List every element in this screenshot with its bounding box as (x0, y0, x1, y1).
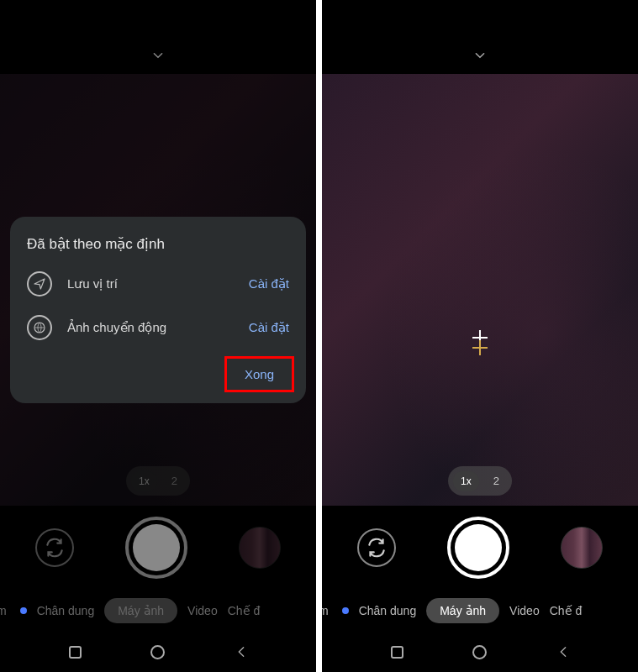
done-label: Xong (245, 367, 274, 381)
system-nav-bar (0, 632, 316, 672)
phone-screenshot-left: 1x 2 Đã bật theo mặc định Lưu vị trí Cài… (0, 0, 316, 672)
zoom-selector[interactable]: 1x 2 (126, 466, 190, 496)
mode-indicator-dot (20, 607, 27, 614)
shutter-button[interactable] (125, 517, 187, 579)
camera-controls (0, 506, 316, 590)
chevron-down-icon[interactable] (471, 48, 489, 66)
dialog-title: Đã bật theo mặc định (27, 235, 289, 253)
dialog-row-motion: Ảnh chuyển động Cài đặt (27, 315, 289, 340)
shutter-inner (133, 524, 180, 571)
mode-indicator-dot (342, 607, 349, 614)
dialog-label: Ảnh chuyển động (67, 320, 249, 335)
settings-link[interactable]: Cài đặt (249, 320, 289, 335)
mode-video[interactable]: Video (187, 604, 218, 617)
motion-photo-icon (27, 315, 52, 340)
phone-screenshot-right: 1x 2 m Chân dung Máy ảnh Video Chế đ (322, 0, 638, 672)
dialog-footer: Xong (27, 359, 289, 390)
mode-camera[interactable]: Máy ảnh (104, 598, 177, 623)
nav-recents[interactable] (388, 643, 405, 660)
nav-home[interactable] (150, 643, 166, 660)
focus-reticle-icon (467, 330, 493, 355)
gallery-thumbnail[interactable] (239, 527, 281, 569)
chevron-down-icon[interactable] (149, 48, 167, 66)
camera-controls (322, 506, 638, 590)
mode-partial[interactable]: Chế đ (228, 604, 261, 617)
location-icon (27, 271, 52, 297)
camera-viewfinder[interactable]: 1x 2 (322, 74, 638, 506)
mode-partial[interactable]: Chế đ (550, 604, 583, 617)
shutter-button[interactable] (447, 517, 509, 579)
system-nav-bar (322, 632, 638, 672)
mode-portrait[interactable]: Chân dung (37, 604, 95, 617)
gallery-thumbnail[interactable] (561, 527, 603, 569)
nav-back[interactable] (233, 643, 250, 660)
nav-home[interactable] (472, 643, 488, 660)
mode-portrait[interactable]: Chân dung (359, 604, 417, 617)
mode-partial[interactable]: m (322, 604, 329, 617)
zoom-2x[interactable]: 2 (164, 470, 185, 491)
zoom-selector[interactable]: 1x 2 (448, 466, 512, 496)
settings-link[interactable]: Cài đặt (249, 276, 289, 291)
camera-modes[interactable]: m Chân dung Máy ảnh Video Chế đ (0, 590, 316, 632)
done-button[interactable]: Xong (229, 359, 289, 390)
default-settings-dialog: Đã bật theo mặc định Lưu vị trí Cài đặt … (10, 217, 306, 403)
mode-camera[interactable]: Máy ảnh (426, 598, 499, 623)
mode-partial[interactable]: m (0, 604, 7, 617)
camera-modes[interactable]: m Chân dung Máy ảnh Video Chế đ (322, 590, 638, 632)
mode-video[interactable]: Video (509, 604, 540, 617)
top-bar (322, 0, 638, 74)
top-bar (0, 0, 316, 74)
zoom-2x[interactable]: 2 (486, 470, 507, 491)
switch-camera-button[interactable] (35, 528, 74, 567)
zoom-1x[interactable]: 1x (453, 471, 479, 491)
shutter-inner (455, 524, 502, 571)
zoom-1x[interactable]: 1x (131, 471, 157, 491)
dialog-label: Lưu vị trí (67, 276, 249, 291)
nav-back[interactable] (555, 643, 572, 660)
nav-recents[interactable] (66, 643, 83, 660)
dialog-row-location: Lưu vị trí Cài đặt (27, 271, 289, 297)
switch-camera-button[interactable] (357, 528, 396, 567)
